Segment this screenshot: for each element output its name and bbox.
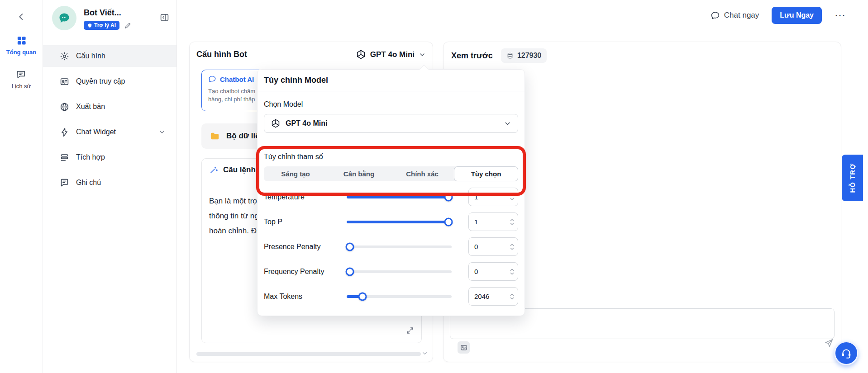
sidebar-item-label: Quyền truy cập: [76, 77, 125, 85]
param-row-presence-penalty: Presence Penalty: [264, 237, 518, 256]
app-root: Tổng quan Lịch sử Bot Viết... Trợ lý AI: [0, 0, 868, 373]
tab-chinh-xac[interactable]: Chính xác: [391, 166, 454, 181]
param-value-input[interactable]: [474, 268, 510, 275]
sidebar-item-ghi-chu[interactable]: Ghi chú: [43, 172, 176, 194]
token-count: 127930: [517, 52, 541, 60]
note-icon: [59, 178, 69, 188]
bot-role-label: Trợ lý AI: [94, 22, 116, 28]
slider-handle[interactable]: [345, 267, 354, 276]
chat-bubble-icon: [711, 11, 720, 20]
chevron-down-icon: [419, 51, 426, 58]
sidebar-item-label: Tích hợp: [76, 153, 105, 161]
stepper-arrows[interactable]: [510, 219, 514, 225]
support-tab-label: HỖ TRỢ: [849, 163, 856, 193]
sidebar-item-label: Ghi chú: [76, 179, 101, 187]
slider-handle[interactable]: [358, 292, 367, 301]
param-label: Max Tokens: [264, 293, 347, 301]
param-value-input[interactable]: [474, 243, 510, 250]
param-row-max-tokens: Max Tokens: [264, 287, 518, 306]
sidebar-item-quyen-truy-cap[interactable]: Quyền truy cập: [43, 71, 176, 92]
topbar: Chat ngay Lưu Ngay ⋯: [177, 0, 868, 31]
temperature-input[interactable]: [468, 188, 518, 206]
support-tab[interactable]: HỖ TRỢ: [842, 155, 863, 201]
history-chat-icon: [16, 69, 26, 80]
chatbot-card-title: Chatbot AI: [220, 76, 254, 83]
chat-now-button[interactable]: Chat ngay: [711, 11, 759, 20]
select-model-label: Chọn Model: [264, 100, 518, 109]
sidebar-item-tich-hop[interactable]: Tích hợp: [43, 146, 176, 168]
horizontal-scrollbar[interactable]: [196, 352, 421, 356]
sidebar-item-label: Chat Widget: [76, 128, 116, 136]
tab-sang-tao[interactable]: Sáng tạo: [264, 166, 327, 181]
add-image-icon[interactable]: [458, 341, 470, 354]
dataset-label: Bộ dữ liệ: [226, 132, 260, 141]
settings-gear-icon: [59, 52, 69, 61]
param-row-top-p: Top P: [264, 212, 518, 231]
sidebar-item-chat-widget[interactable]: Chat Widget: [43, 121, 176, 143]
scroll-down-icon[interactable]: [421, 350, 428, 357]
presence-penalty-input[interactable]: [468, 237, 518, 256]
bot-avatar: [52, 6, 76, 30]
top-p-slider[interactable]: [347, 221, 452, 223]
rail-item-label: Lịch sử: [12, 83, 31, 90]
globe-icon: [59, 102, 69, 112]
rail-item-overview[interactable]: Tổng quan: [6, 35, 36, 56]
stepper-arrows[interactable]: [510, 194, 514, 200]
rail-item-history[interactable]: Lịch sử: [12, 69, 31, 90]
param-value-input[interactable]: [474, 218, 510, 226]
collapse-sidebar-icon[interactable]: [160, 13, 169, 22]
more-options-icon[interactable]: ⋯: [835, 10, 846, 21]
back-icon[interactable]: [16, 12, 26, 22]
param-row-temperature: Temperature: [264, 188, 518, 206]
send-icon[interactable]: [824, 338, 834, 348]
sidebar-item-label: Xuất bản: [76, 103, 105, 111]
preview-title: Xem trước: [451, 51, 493, 61]
expand-icon[interactable]: [406, 326, 414, 335]
sidebar-item-cau-hinh[interactable]: Cấu hình: [43, 45, 176, 67]
lightning-icon: [59, 127, 69, 137]
max-tokens-input[interactable]: [468, 287, 518, 306]
model-select-dropdown[interactable]: GPT 4o Mini: [264, 114, 518, 133]
token-count-badge[interactable]: 127930: [501, 48, 547, 63]
openai-logo-icon: [271, 118, 281, 128]
param-label: Frequency Penalty: [264, 268, 347, 276]
id-card-icon: [59, 77, 69, 86]
popup-title: Tùy chỉnh Model: [258, 70, 525, 91]
presence-penalty-slider[interactable]: [347, 246, 452, 248]
max-tokens-slider[interactable]: [347, 295, 452, 298]
stepper-arrows[interactable]: [510, 269, 514, 275]
param-value-input[interactable]: [474, 193, 510, 201]
top-p-input[interactable]: [468, 212, 518, 231]
param-label: Temperature: [264, 193, 347, 201]
support-chat-button[interactable]: [834, 341, 858, 365]
model-selector-header[interactable]: GPT 4o Mini: [356, 49, 426, 60]
sidebar-item-xuat-ban[interactable]: Xuất bản: [43, 96, 176, 118]
temperature-slider[interactable]: [347, 196, 452, 198]
param-label: Presence Penalty: [264, 243, 347, 251]
param-value-input[interactable]: [474, 293, 510, 300]
tab-tuy-chon[interactable]: Tùy chọn: [454, 166, 518, 181]
save-button[interactable]: Lưu Ngay: [772, 7, 822, 24]
slider-handle[interactable]: [345, 242, 354, 251]
sidebar: Bot Viết... Trợ lý AI: [43, 0, 177, 373]
preset-tabs: Sáng tạo Cân bằng Chính xác Tùy chọn: [264, 166, 518, 181]
sidebar-menu: Cấu hình Quyền truy cập Xuất bản Chat Wi…: [43, 45, 176, 194]
param-row-frequency-penalty: Frequency Penalty: [264, 262, 518, 281]
edit-pencil-icon[interactable]: [124, 22, 132, 29]
magic-wand-icon: [209, 165, 219, 175]
chatbot-icon: [208, 75, 216, 83]
stepper-arrows[interactable]: [510, 244, 514, 250]
frequency-penalty-slider[interactable]: [347, 270, 452, 273]
grid-icon: [16, 35, 27, 46]
frequency-penalty-input[interactable]: [468, 262, 518, 281]
model-customize-popup: Tùy chỉnh Model Chọn Model GPT 4o Mini T…: [257, 69, 525, 316]
slider-handle[interactable]: [444, 217, 453, 226]
tab-can-bang[interactable]: Cân bằng: [327, 166, 391, 181]
model-selector-label: GPT 4o Mini: [370, 50, 415, 59]
slider-handle[interactable]: [444, 193, 453, 201]
bot-role-badge: Trợ lý AI: [84, 21, 119, 30]
stepper-arrows[interactable]: [510, 293, 514, 300]
headset-icon: [840, 347, 852, 359]
params-section-title: Tùy chỉnh tham số: [264, 153, 518, 161]
rail-item-label: Tổng quan: [6, 49, 36, 56]
